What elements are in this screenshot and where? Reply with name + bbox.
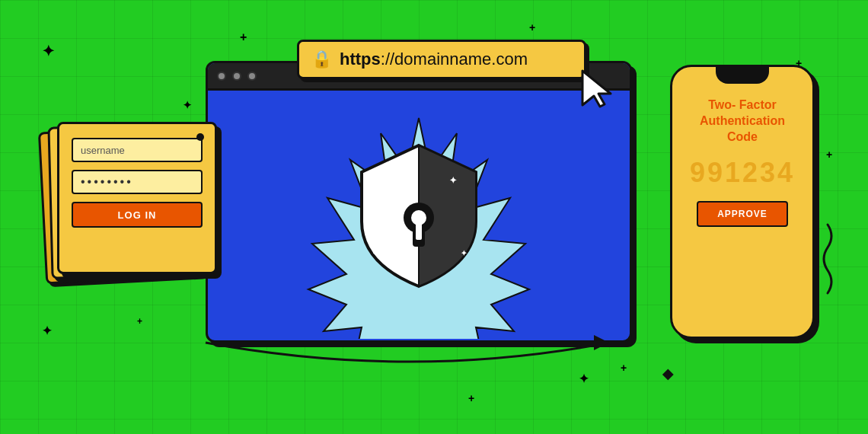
- sparkle-12: ✦: [183, 99, 192, 111]
- login-card-stack: username •••••••• LOG IN: [57, 122, 225, 282]
- shield-container: ✦ ✦ ✦ +: [350, 138, 487, 293]
- sparkle-5: +: [826, 148, 832, 161]
- approve-button-label: APPROVE: [717, 209, 767, 219]
- login-button-label: LOG IN: [118, 209, 157, 221]
- svg-marker-9: [582, 71, 611, 107]
- https-text: https: [340, 49, 381, 69]
- lock-icon: 🔒: [311, 49, 332, 69]
- svg-rect-4: [416, 223, 422, 240]
- phone-body: Two- FactorAuthenticationCode 991234 APP…: [670, 65, 815, 339]
- svg-text:✦: ✦: [449, 175, 457, 186]
- sparkle-11: ✦: [579, 372, 589, 386]
- browser-dot-2: [232, 72, 241, 81]
- approve-button[interactable]: APPROVE: [697, 201, 788, 227]
- domain-text: ://domainname.com: [381, 49, 528, 69]
- url-bar[interactable]: 🔒 https://domainname.com: [297, 40, 586, 79]
- shield-svg: ✦ ✦ ✦ +: [350, 138, 487, 290]
- url-text: https://domainname.com: [340, 49, 528, 69]
- diamond-3: ◆: [662, 365, 673, 382]
- tfa-label: Two- FactorAuthenticationCode: [700, 97, 785, 145]
- password-value: ••••••••: [81, 175, 133, 189]
- password-input[interactable]: ••••••••: [72, 170, 203, 194]
- svg-text:+: +: [373, 249, 378, 257]
- cursor-svg: [579, 67, 617, 109]
- username-placeholder: username: [81, 145, 125, 156]
- sparkle-3: +: [529, 21, 535, 34]
- sparkle-7: +: [468, 392, 474, 404]
- login-button[interactable]: LOG IN: [72, 202, 203, 228]
- sparkle-8: ✦: [42, 324, 52, 338]
- squiggle-decoration: [816, 221, 839, 297]
- browser-window: ✦ ✦ ✦ +: [206, 61, 632, 343]
- browser-dot-3: [247, 72, 257, 81]
- tfa-code: 991234: [690, 157, 795, 189]
- flow-arrow: [198, 320, 624, 365]
- svg-text:✦: ✦: [461, 249, 468, 257]
- svg-marker-10: [594, 335, 609, 350]
- username-input[interactable]: username: [72, 138, 203, 162]
- browser-dot-1: [217, 72, 226, 81]
- login-card: username •••••••• LOG IN: [57, 122, 217, 274]
- sparkle-1: ✦: [42, 42, 55, 60]
- phone-container: Two- FactorAuthenticationCode 991234 APP…: [670, 65, 815, 354]
- card-hole: [196, 133, 204, 141]
- sparkle-2: +: [240, 30, 247, 44]
- sparkle-10: +: [137, 316, 142, 327]
- browser-content: ✦ ✦ ✦ +: [208, 91, 630, 340]
- svg-text:✦: ✦: [388, 185, 397, 197]
- phone-notch: [716, 67, 769, 84]
